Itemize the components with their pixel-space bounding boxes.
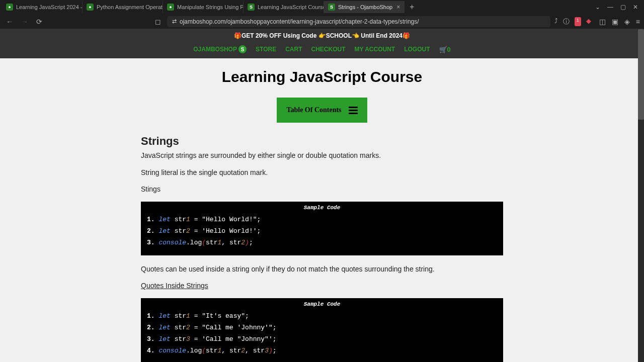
favicon-icon: ● — [167, 4, 174, 11]
browser-tab-active[interactable]: SStrings - OjamboShop× — [324, 1, 405, 13]
section-heading: Strings — [141, 135, 503, 148]
browser-tab[interactable]: ●Learning JavaScript 2024 - Ojan — [2, 1, 83, 13]
hamburger-icon — [349, 107, 358, 114]
url-bar: ← → ⟳ ◻ ⇄ ojamboshop.com/ojamboshoppayco… — [0, 14, 644, 29]
window-controls: ⌄ — ▢ ✕ — [595, 4, 642, 11]
code-line: 4. console.log(str1, str2, str3); — [141, 345, 503, 356]
code-line: 2. let str2 = 'Hello World!'; — [141, 225, 503, 237]
reload-button[interactable]: ⟳ — [34, 17, 44, 27]
tab-label: Learning JavaScript Course - O — [258, 4, 324, 10]
code-block: Sample Code 1. let str1 = "It's easy"; 2… — [141, 298, 503, 362]
nav-checkout[interactable]: CHECKOUT — [311, 46, 346, 53]
code-line: 1. let str1 = "Hello World!"; — [141, 214, 503, 225]
back-button[interactable]: ← — [4, 17, 15, 27]
tab-label: Python Assignment Operators — [97, 4, 163, 10]
code-line: 2. let str2 = "Call me 'Johnny'"; — [141, 322, 503, 333]
minimize-icon[interactable]: — — [607, 4, 613, 11]
tab-label: Manipulate Strings Using Pyth — [177, 4, 244, 10]
scrollbar-thumb[interactable] — [638, 29, 644, 120]
main-nav: OJAMBOSHOP S STORE CART CHECKOUT MY ACCO… — [0, 42, 644, 58]
code-title: Sample Code — [141, 298, 503, 310]
new-tab-button[interactable]: + — [405, 3, 419, 12]
nav-brand[interactable]: OJAMBOSHOP S — [193, 45, 247, 53]
content-area: Learning JavaScript Course Table Of Cont… — [0, 58, 644, 362]
close-window-icon[interactable]: ✕ — [633, 4, 638, 11]
favicon-icon: ● — [87, 4, 94, 11]
code-line: 1. let str1 = "It's easy"; — [141, 310, 503, 322]
browser-tab[interactable]: ●Python Assignment Operators — [83, 1, 163, 13]
menu-icon[interactable]: ≡ — [636, 18, 640, 26]
paragraph: Quotes can be used inside a string only … — [141, 264, 503, 275]
logo-icon: S — [238, 45, 247, 53]
tab-label: Learning JavaScript 2024 - Ojan — [16, 4, 83, 10]
nav-cart[interactable]: CART — [285, 46, 302, 53]
toc-label: Table Of Contents — [286, 106, 341, 114]
tab-bar: ●Learning JavaScript 2024 - Ojan ●Python… — [0, 0, 644, 14]
code-block: Sample Code 1. let str1 = "Hello World!"… — [141, 202, 503, 255]
paragraph: JavaScript strings are surrounded by eit… — [141, 151, 503, 161]
promo-banner: 🎁GET 20% OFF Using Code 👉SCHOOL👈 Until E… — [0, 29, 644, 42]
tab-label: Strings - OjamboShop — [338, 4, 392, 10]
page-viewport: 🎁GET 20% OFF Using Code 👉SCHOOL👈 Until E… — [0, 29, 644, 362]
bookmark-icon[interactable]: ◻ — [153, 17, 163, 27]
address-bar[interactable]: ⇄ ojamboshop.com/ojamboshoppaycontent/le… — [167, 16, 550, 27]
paragraph: Stings — [141, 185, 503, 195]
lock-icon: ⇄ — [172, 18, 177, 25]
browser-right-controls: ◫ ▣ ◈ ≡ — [599, 18, 640, 26]
browser-tab[interactable]: SLearning JavaScript Course - O — [244, 1, 324, 13]
favicon-icon: ● — [6, 4, 13, 11]
url-actions: ⤴ ⓘ 1 ◆ — [554, 17, 591, 26]
code-title: Sample Code — [141, 202, 503, 214]
nav-logout[interactable]: LOGOUT — [404, 46, 430, 53]
forward-button[interactable]: → — [19, 17, 30, 27]
favicon-icon: S — [248, 4, 255, 11]
brave-shield-icon[interactable]: 1 — [575, 17, 581, 26]
cart-icon[interactable]: 🛒0 — [439, 46, 451, 53]
maximize-icon[interactable]: ▢ — [620, 4, 626, 11]
extensions-icon[interactable]: ◈ — [624, 18, 630, 26]
page-title: Learning JavaScript Course — [0, 68, 644, 85]
share-icon[interactable]: ⤴ — [554, 17, 558, 26]
favicon-icon: S — [328, 4, 335, 11]
nav-account[interactable]: MY ACCOUNT — [355, 46, 395, 53]
brave-icon[interactable]: ◆ — [586, 17, 591, 26]
browser-tab[interactable]: ●Manipulate Strings Using Pyth — [163, 1, 244, 13]
toc-button[interactable]: Table Of Contents — [277, 98, 367, 123]
rss-icon[interactable]: ⓘ — [563, 17, 570, 26]
nav-store[interactable]: STORE — [256, 46, 276, 53]
chevron-down-icon[interactable]: ⌄ — [595, 4, 600, 11]
article: Strings JavaScript strings are surrounde… — [141, 135, 503, 362]
sidebar-icon[interactable]: ◫ — [599, 18, 606, 26]
url-text: ojamboshop.com/ojamboshoppaycontent/lear… — [180, 18, 419, 25]
code-line: 3. let str3 = 'Call me "Johnny"'; — [141, 333, 503, 345]
scrollbar[interactable] — [638, 29, 644, 362]
code-line: 3. console.log(str1, str2); — [141, 237, 503, 248]
close-icon[interactable]: × — [396, 4, 400, 11]
paragraph: String literal is the single quotation m… — [141, 168, 503, 178]
wallet-icon[interactable]: ▣ — [612, 18, 618, 26]
paragraph: Quotes Inside Strings — [141, 281, 503, 291]
